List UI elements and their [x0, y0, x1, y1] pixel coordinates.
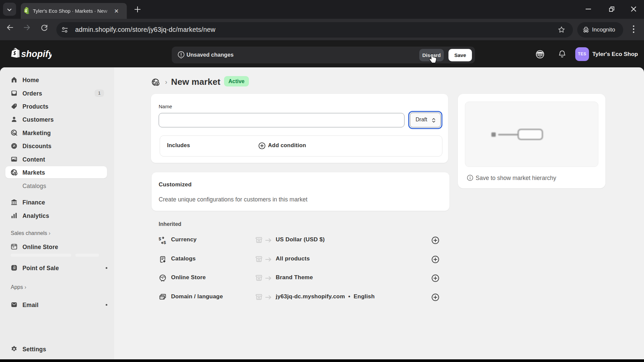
svg-text:shopify: shopify [21, 49, 52, 59]
svg-text:S: S [13, 266, 15, 270]
svg-text:$: $ [159, 236, 161, 241]
svg-text:$: $ [164, 240, 166, 244]
